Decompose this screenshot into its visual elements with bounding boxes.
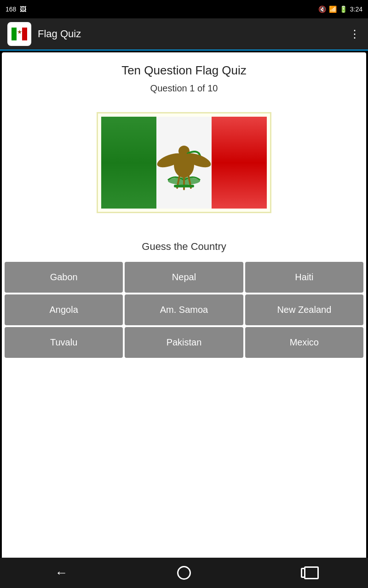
status-right-icons: 🔇 📶 🔋 3:24 bbox=[318, 6, 362, 13]
answer-new-zealand[interactable]: New Zealand bbox=[245, 294, 363, 325]
question-counter: Question 1 of 10 bbox=[150, 83, 218, 94]
answer-haiti[interactable]: Haiti bbox=[245, 262, 363, 293]
notification-icon: 168 bbox=[6, 6, 16, 13]
answer-tuvalu[interactable]: Tuvalu bbox=[5, 327, 123, 358]
back-button[interactable]: ← bbox=[47, 564, 75, 582]
mute-icon: 🔇 bbox=[318, 6, 326, 13]
svg-rect-3 bbox=[22, 28, 27, 40]
svg-rect-1 bbox=[12, 28, 17, 40]
quiz-title: Ten Question Flag Quiz bbox=[121, 63, 247, 78]
photo-icon: 🖼 bbox=[20, 6, 26, 13]
answer-pakistan[interactable]: Pakistan bbox=[125, 327, 243, 358]
wifi-icon: 📶 bbox=[329, 6, 337, 13]
answers-grid: Gabon Nepal Haiti Angola Am. Samoa New Z… bbox=[5, 262, 363, 358]
guess-label: Guess the Country bbox=[142, 241, 226, 253]
svg-rect-14 bbox=[174, 185, 194, 187]
more-options-icon[interactable]: ⋮ bbox=[349, 28, 361, 40]
answer-mexico[interactable]: Mexico bbox=[245, 327, 363, 358]
answer-am-samoa[interactable]: Am. Samoa bbox=[125, 294, 243, 325]
recents-button[interactable] bbox=[293, 564, 321, 582]
answer-gabon[interactable]: Gabon bbox=[5, 262, 123, 293]
status-bar: 168 🖼 🔇 📶 🔋 3:24 bbox=[0, 0, 368, 18]
svg-rect-5 bbox=[101, 117, 156, 209]
app-bar: Flag Quiz ⋮ bbox=[0, 18, 368, 51]
battery-icon: 🔋 bbox=[339, 6, 347, 13]
home-button[interactable] bbox=[170, 564, 198, 582]
svg-rect-7 bbox=[212, 117, 267, 209]
answer-angola[interactable]: Angola bbox=[5, 294, 123, 325]
main-card: Ten Question Flag Quiz Question 1 of 10 bbox=[2, 52, 366, 576]
mexico-flag-svg bbox=[101, 117, 267, 209]
home-icon bbox=[177, 566, 191, 580]
app-icon bbox=[7, 22, 31, 46]
app-title: Flag Quiz bbox=[38, 28, 349, 40]
svg-rect-2 bbox=[17, 28, 22, 40]
status-left-icons: 168 🖼 bbox=[6, 6, 26, 13]
answer-nepal[interactable]: Nepal bbox=[125, 262, 243, 293]
flag-display bbox=[97, 112, 271, 213]
nav-bar: ← bbox=[0, 558, 368, 588]
clock: 3:24 bbox=[350, 6, 362, 13]
recents-icon bbox=[301, 568, 313, 578]
